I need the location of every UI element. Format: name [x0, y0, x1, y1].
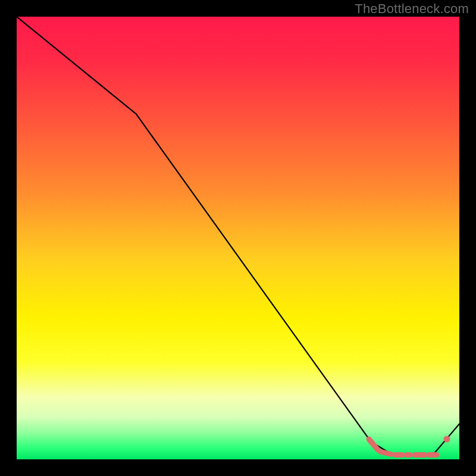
svg-line-1 [380, 452, 391, 455]
chart-frame: TheBottleneck.com [0, 0, 476, 476]
optimal-band-end-dot [444, 436, 450, 443]
gradient-background [17, 17, 459, 459]
watermark-text: TheBottleneck.com [355, 1, 469, 17]
plot-area [17, 17, 459, 459]
chart-svg [17, 17, 459, 459]
